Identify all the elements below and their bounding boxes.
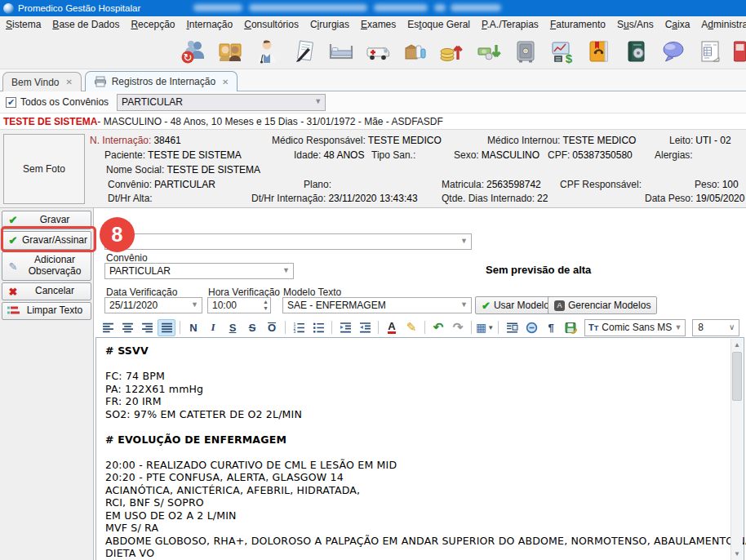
highlight-icon[interactable]: ✎: [402, 319, 420, 336]
todos-convenios-checkbox[interactable]: ✔: [6, 97, 16, 108]
time-icon[interactable]: [522, 319, 540, 336]
menu-item-p-a-terapias[interactable]: P.A./Terapias: [482, 19, 539, 30]
tab-close-icon[interactable]: ✕: [65, 78, 72, 87]
field-value: 2563598742: [486, 179, 541, 190]
toolbar-separator: [331, 321, 332, 334]
font-size-combobox[interactable]: 8 ∨: [692, 319, 739, 336]
data-verificacao-value: 25/11/2020: [109, 300, 158, 311]
save-icon[interactable]: [562, 319, 579, 336]
menu-item-administra-o[interactable]: Administração: [701, 19, 746, 30]
report-icon[interactable]: [696, 37, 724, 66]
underline-icon[interactable]: S: [224, 319, 242, 336]
insert-frame-icon[interactable]: [503, 319, 521, 336]
convenio-filter-combobox[interactable]: PARTICULAR ▼: [117, 94, 326, 111]
tab-close-icon[interactable]: ✕: [222, 78, 229, 87]
outdent-icon[interactable]: [356, 319, 374, 336]
phonebook-icon[interactable]: [585, 37, 613, 66]
menu-item-estoque-geral[interactable]: Estoque Geral: [407, 19, 470, 30]
note-text-editor[interactable]: # SSVV FC: 74 BPMPA: 122X61 mmHgFR: 20 I…: [95, 337, 744, 560]
menu-item-caixa[interactable]: Caixa: [665, 19, 690, 30]
modelo-texto-combobox[interactable]: SAE - ENFERMAGEM ▼: [282, 297, 472, 313]
tab-registros-de-interna-o[interactable]: Registros de Internação✕: [85, 71, 238, 91]
sidebar-button-label: Adicionar Observação: [21, 255, 88, 278]
numbered-list-icon[interactable]: [290, 319, 308, 336]
align-center-icon[interactable]: [118, 319, 136, 336]
stock-icon[interactable]: [401, 37, 429, 66]
patient-field-conv-nio: Convênio:PARTICULAR: [108, 179, 215, 190]
undo-icon[interactable]: ↶: [429, 319, 447, 336]
sidebar-button-label: Cancelar: [21, 286, 88, 297]
table-icon[interactable]: ▦▼: [476, 319, 494, 336]
scrollbar-thumb[interactable]: [732, 352, 742, 401]
align-left-icon[interactable]: [99, 319, 117, 336]
tab-label: Registros de Internação: [112, 76, 215, 87]
patient-field-m-dico-internou: Médico Internou:TESTE MEDICO: [487, 135, 636, 146]
usar-modelo-button[interactable]: ✔ Usar Modelo: [475, 296, 556, 314]
adicionar-observa-o-button[interactable]: ✎Adicionar Observação: [2, 251, 91, 281]
revenue-up-icon[interactable]: [437, 37, 465, 66]
spinner-arrows-icon[interactable]: ▲▼: [263, 299, 269, 312]
toolbar-separator: [471, 321, 472, 334]
scroll-up-icon[interactable]: ▲: [731, 339, 743, 351]
clear-icon: [5, 304, 21, 318]
hospital-bed-icon[interactable]: [327, 37, 355, 66]
note-line: ABDOME GLOBOSO, RHA+, DOLOROSO A PALPAÇÃ…: [105, 535, 726, 548]
menu-item-sus-ans[interactable]: Sus/Ans: [617, 19, 654, 30]
reception-icon[interactable]: [216, 37, 244, 66]
overline-icon[interactable]: O: [263, 319, 281, 336]
safe-icon[interactable]: [512, 37, 540, 66]
note-line: 20:20 - PTE CONFUSA, ALERTA, GLASGOW 14: [105, 471, 726, 484]
patients-sync-icon[interactable]: [180, 37, 207, 66]
align-justify-icon[interactable]: [158, 319, 175, 336]
scroll-down-icon[interactable]: ▼: [731, 548, 743, 560]
italic-icon[interactable]: I: [204, 319, 222, 336]
field-label: CPF:: [548, 149, 570, 161]
menu-item-cirurgias[interactable]: Cirurgias: [310, 19, 349, 30]
finance-icon[interactable]: [548, 37, 576, 66]
menu-item-consult-rios[interactable]: Consultórios: [244, 19, 299, 30]
ledger-book-icon[interactable]: [622, 37, 650, 66]
note-line: DIETA VO: [105, 547, 726, 560]
field-value: 22: [537, 193, 548, 204]
hora-verificacao-spinner[interactable]: 10:00 ▲▼: [207, 297, 271, 313]
bold-icon[interactable]: N: [184, 319, 202, 336]
menu-item-recep-o[interactable]: Recepção: [131, 19, 175, 30]
menu-item-faturamento[interactable]: Faturamento: [550, 19, 606, 30]
align-right-icon[interactable]: [138, 319, 156, 336]
window-title: Promedico Gestão Hospitalar: [18, 3, 140, 13]
menu-item-interna-o[interactable]: Internação: [186, 19, 233, 30]
field-value: TESTE DE SISTEMA: [167, 164, 260, 176]
redo-icon[interactable]: ↷: [449, 319, 467, 336]
prescription-icon[interactable]: [291, 37, 318, 66]
tab-bem-vindo[interactable]: Bem Vindo✕: [2, 72, 82, 91]
ambulance-icon[interactable]: [364, 37, 392, 66]
menu-item-base-de-dados[interactable]: Base de Dados: [52, 19, 119, 30]
patient-field-paciente: Paciente:TESTE DE SISTEMA: [104, 149, 242, 161]
pilcrow-icon[interactable]: ¶: [542, 319, 560, 336]
note-line: PA: 122X61 mmHg: [105, 383, 726, 396]
menu-item-exames[interactable]: Exames: [361, 19, 396, 30]
gerenciar-modelos-button[interactable]: A Gerenciar Modelos: [548, 296, 657, 314]
menu-item-sistema[interactable]: Sistema: [6, 19, 41, 30]
bullet-list-icon[interactable]: [309, 319, 327, 336]
limpar-texto-button[interactable]: Limpar Texto: [2, 302, 91, 320]
strikethrough-icon[interactable]: S: [243, 319, 261, 336]
edge-red-icon[interactable]: [733, 37, 746, 66]
data-verificacao-combobox[interactable]: 25/11/2020 ▼: [104, 297, 202, 313]
field-label: Plano:: [304, 179, 331, 190]
cancelar-button[interactable]: ✖Cancelar: [2, 282, 91, 300]
convenio-combobox[interactable]: PARTICULAR ▼: [104, 263, 294, 279]
chevron-down-icon: ∨: [729, 322, 735, 331]
expense-down-icon[interactable]: [475, 37, 503, 66]
editor-scrollbar[interactable]: ▲ ▼: [730, 339, 743, 560]
chat-icon[interactable]: [659, 37, 687, 66]
indent-icon[interactable]: [336, 319, 354, 336]
note-line: EM USO DE O2 A 2 L/MIN: [105, 509, 726, 522]
record-type-combobox[interactable]: ▼: [104, 233, 472, 250]
font-family-combobox[interactable]: TT Comic Sans MS ▼: [584, 319, 686, 336]
font-color-icon[interactable]: A: [383, 319, 401, 336]
toolbar-separator: [180, 321, 180, 334]
patient-field-leito: Leito:UTI - 02: [669, 135, 731, 146]
doctor-icon[interactable]: [253, 37, 281, 66]
field-value: 38461: [153, 135, 180, 146]
